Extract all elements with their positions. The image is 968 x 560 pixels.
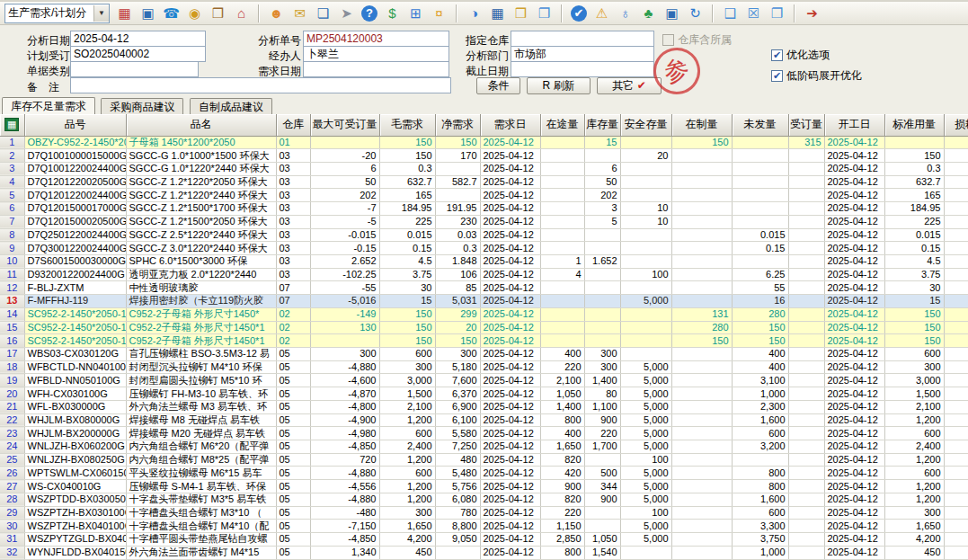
table-row[interactable]: 4D7Q1201220020500GSGCC-Z 1.2*1220*2050 环… xyxy=(0,175,968,189)
row-number[interactable]: 25 xyxy=(0,453,24,467)
dept-input[interactable] xyxy=(511,46,654,62)
table-row[interactable]: 9D7Q3001220024400GSGCC-Z 3.0*1220*2440 环… xyxy=(0,242,968,255)
table-row[interactable]: 16SC952-2-1450*2050-1C952-2子母箱 外形尺寸1450*… xyxy=(0,334,968,348)
row-number[interactable]: 8 xyxy=(0,228,24,242)
row-number[interactable]: 12 xyxy=(0,281,24,295)
mail-icon[interactable]: ✉ xyxy=(290,4,309,22)
table-row[interactable]: 18WFBCTLD-NN040100G封闭型沉头拉铆钉 M4*10 环保05-4… xyxy=(0,360,968,374)
refresh-icon[interactable]: ↻ xyxy=(686,4,705,22)
column-header-5[interactable]: 净需求 xyxy=(435,114,480,136)
table-row[interactable]: 31WSZPYTZGLD-BX040150十字槽平圆头带垫燕尾钻自攻螺05-4,… xyxy=(0,533,968,547)
demand-date-input[interactable] xyxy=(303,61,449,77)
table-row[interactable]: 15SC952-2-1450*2050-1C952-2子母箱 外形尺寸1450*… xyxy=(0,321,968,334)
approve-icon[interactable]: ✔ xyxy=(571,5,587,22)
table-row[interactable]: 32WYNJFLDD-BX040150G外六角法兰面带齿螺钉 M4*15051,… xyxy=(0,546,968,559)
network-icon[interactable]: ♣ xyxy=(639,4,658,22)
table-row[interactable]: 11D932001220024400G透明亚克力板 2.0*1220*24400… xyxy=(0,268,968,281)
excel-export-icon[interactable]: ▦ xyxy=(4,118,19,131)
report-icon[interactable]: ◑ xyxy=(465,4,484,22)
table-row[interactable]: 21WFL-BX030000G外六角法兰螺母 M3 易车铁、环05-4,8002… xyxy=(0,400,968,413)
table-row[interactable]: 20WFH-CX030100G压铆螺钉 FH-M3-10 易车铁、环05-4,8… xyxy=(0,387,968,401)
tab-selfmade-suggestion[interactable]: 自制成品建议 xyxy=(190,98,272,114)
briefcase-icon[interactable]: ❒ xyxy=(209,4,227,22)
low-level-code-checkbox[interactable]: ✔ 低阶码展开优化 xyxy=(771,68,862,84)
doc-type-input[interactable] xyxy=(70,61,199,77)
table-row[interactable]: 6D7Q1201500017000GSGCC-Z 1.2*1500*1700 环… xyxy=(0,202,968,216)
checkbox-check-icon[interactable]: ✔ xyxy=(771,70,783,82)
table-row[interactable]: 27WS-CX040010G压铆螺母 S-M4-1 易车铁、环保05-4,556… xyxy=(0,480,968,493)
home-icon[interactable]: ⌂ xyxy=(232,4,251,22)
row-number[interactable]: 10 xyxy=(0,254,24,268)
maximize-window-icon[interactable]: ❑ xyxy=(721,4,740,22)
column-header-0[interactable]: 品号 xyxy=(24,114,126,136)
table-row[interactable]: 30WSZPTZH-BX040100G十字槽盘头组合螺钉 M4*10（配05-7… xyxy=(0,520,968,533)
table-row[interactable]: 25WNLJZH-BX080250G内六角组合螺钉 M8*25（配平弹05720… xyxy=(0,453,968,467)
deadline-input[interactable] xyxy=(511,61,654,77)
column-header-4[interactable]: 毛需求 xyxy=(379,114,435,136)
row-number[interactable]: 11 xyxy=(0,268,24,281)
column-header-1[interactable]: 品名 xyxy=(126,114,276,136)
column-header-2[interactable]: 仓库 xyxy=(276,114,310,136)
note-icon[interactable]: ❏ xyxy=(314,4,333,22)
column-header-15[interactable]: 损耗量 xyxy=(944,114,968,136)
row-number[interactable]: 17 xyxy=(0,348,24,361)
row-number[interactable]: 1 xyxy=(0,136,24,149)
table-row[interactable]: 28WSZPTDD-BX030050G十字盘头带垫螺钉 M3*5 易车铁05-4… xyxy=(0,493,968,506)
users-icon[interactable]: ☻ xyxy=(267,4,286,22)
column-header-9[interactable]: 安全存量 xyxy=(620,114,671,136)
remark-input[interactable] xyxy=(70,77,451,93)
analysis-date-input[interactable] xyxy=(70,31,206,47)
row-number[interactable]: 32 xyxy=(0,546,24,559)
row-number[interactable]: 19 xyxy=(0,374,24,387)
calculator-icon[interactable]: ▦ xyxy=(488,4,507,22)
column-header-14[interactable]: 标准用量 xyxy=(884,114,944,136)
table-row[interactable]: 10D7S6001500030000GSPHC 6.0*1500*3000 环保… xyxy=(0,254,968,268)
table-row[interactable]: 14SC952-2-1450*2050-1C952-2子母箱 外形尺寸1450*… xyxy=(0,307,968,321)
close-window-icon[interactable]: ☒ xyxy=(744,4,763,22)
column-header-10[interactable]: 在制量 xyxy=(671,114,732,136)
row-number[interactable]: 13 xyxy=(0,295,24,308)
table-row[interactable]: 8D7Q2501220024400GSGCC-Z 2.5*1220*2440 环… xyxy=(0,228,968,242)
money-icon[interactable]: $ xyxy=(383,4,402,22)
monitor-icon[interactable]: ▣ xyxy=(662,4,681,22)
row-number[interactable]: 2 xyxy=(0,149,24,163)
lock-icon[interactable]: ◉ xyxy=(185,4,204,22)
row-number[interactable]: 15 xyxy=(0,321,24,334)
table-row[interactable]: 23WHJLM-BX200000G焊接螺母 M20 无碰焊点 易车铁05-4,9… xyxy=(0,427,968,440)
module-combobox-value[interactable]: 生产需求/计划分 xyxy=(5,5,93,21)
row-number[interactable]: 30 xyxy=(0,520,24,533)
row-number[interactable]: 21 xyxy=(0,400,24,413)
exit-icon[interactable]: ➔ xyxy=(803,4,821,22)
combobox-dropdown-arrow-icon[interactable]: ▼ xyxy=(93,5,109,22)
row-number[interactable]: 26 xyxy=(0,467,24,480)
row-number[interactable]: 16 xyxy=(0,334,24,348)
row-number[interactable]: 3 xyxy=(0,162,24,175)
table-row[interactable]: 24WNLJZH-BX060200G内六角组合螺钉 M6*20（配平弹05-4,… xyxy=(0,440,968,454)
analysis-no-input[interactable] xyxy=(303,31,449,47)
help-icon[interactable]: ? xyxy=(361,5,377,22)
row-number[interactable]: 18 xyxy=(0,360,24,374)
contact-icon[interactable]: ☎ xyxy=(162,4,181,22)
table-row[interactable]: 19WFBLD-NN050100G封闭型扁圆头拉铆钉 M5*10 环05-4,6… xyxy=(0,374,968,387)
row-number[interactable]: 6 xyxy=(0,202,24,216)
column-header-12[interactable]: 受订量 xyxy=(788,114,824,136)
tab-purchase-suggestion[interactable]: 采购商品建议 xyxy=(101,98,183,114)
row-number[interactable]: 23 xyxy=(0,427,24,440)
column-header-7[interactable]: 在途量 xyxy=(540,114,584,136)
table-row[interactable]: 29WSZPTZH-BX030100G十字槽盘头组合螺钉 M3*10 （05-4… xyxy=(0,506,968,520)
row-number[interactable]: 20 xyxy=(0,387,24,401)
corner-export-cell[interactable]: ▦ xyxy=(0,114,24,136)
table-row[interactable]: 5D7Q1201220024400GSGCC-Z 1.2*1220*2440 环… xyxy=(0,189,968,202)
row-number[interactable]: 22 xyxy=(0,413,24,427)
workflow-icon[interactable]: ▦ xyxy=(115,4,134,22)
archive-icon[interactable]: ❒ xyxy=(511,4,530,22)
table-row[interactable]: 2D7Q1001000015000GSGCC-G 1.0*1000*1500 环… xyxy=(0,149,968,163)
warehouse-input[interactable] xyxy=(511,31,654,47)
row-number[interactable]: 24 xyxy=(0,440,24,454)
table-row[interactable]: 12F-BLJ-ZXTM中性透明玻璃胶07-5530852025-04-1255… xyxy=(0,281,968,295)
other-button[interactable]: 其它 ✔ xyxy=(597,77,662,94)
row-number[interactable]: 31 xyxy=(0,533,24,547)
table-row[interactable]: 3D7Q1001220024400GSGCC-G 1.0*1220*2440 环… xyxy=(0,162,968,175)
table-row[interactable]: 17WBS03-CX030120G盲孔压铆螺柱 BSO-3.5M3-12 易05… xyxy=(0,348,968,361)
copy-icon[interactable]: ❐ xyxy=(535,4,554,22)
